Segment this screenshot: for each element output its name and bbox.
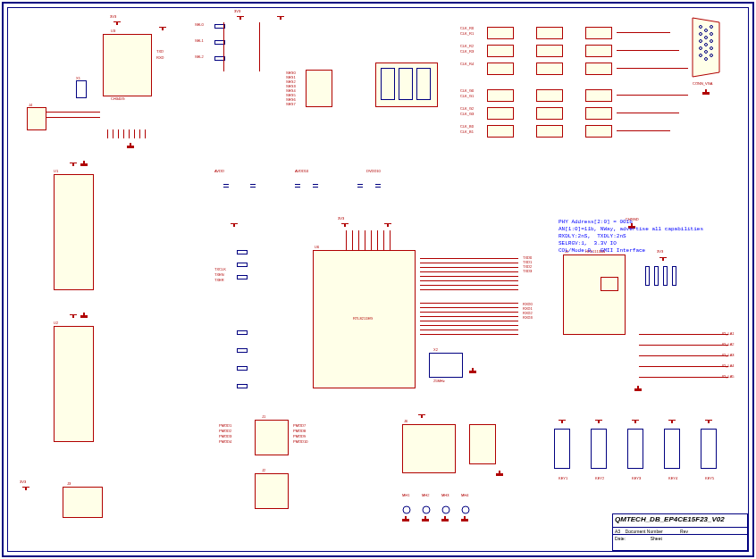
schematic-canvas [0,0,756,559]
